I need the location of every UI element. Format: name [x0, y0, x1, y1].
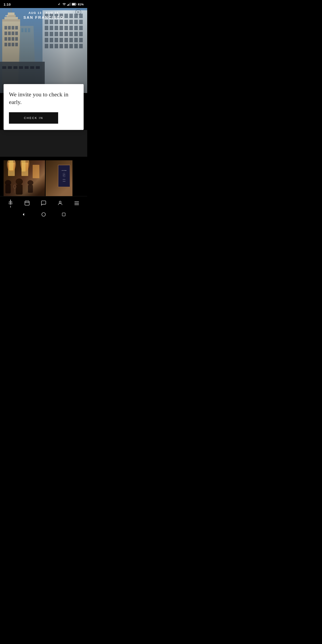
nav-item-menu[interactable]: [68, 200, 85, 206]
bottom-nav: [0, 196, 87, 209]
dining-photo-right: OYSTERS—DailyMenu—FreshCatch: [46, 160, 72, 196]
system-recent-icon: [62, 212, 66, 216]
system-home-button[interactable]: [40, 211, 47, 218]
svg-marker-121: [23, 213, 24, 216]
brand-tree-icon: [8, 199, 14, 206]
mute-icon: [58, 2, 61, 6]
svg-rect-0: [67, 5, 68, 6]
invite-text: We invite you to check in early.: [9, 91, 78, 106]
svg-rect-113: [25, 201, 29, 205]
profile-icon: [57, 200, 63, 206]
nav-item-profile[interactable]: [52, 200, 68, 206]
booking-city: SAN FRANCISCO: [24, 16, 64, 20]
svg-rect-2: [69, 3, 70, 6]
svg-line-112: [10, 203, 12, 204]
system-back-button[interactable]: [20, 211, 26, 218]
chat-icon: [41, 200, 46, 206]
svg-rect-101: [16, 184, 22, 194]
svg-point-122: [42, 212, 46, 216]
system-nav-bar: [0, 209, 87, 221]
svg-rect-96: [9, 160, 13, 170]
svg-line-107: [9, 201, 10, 202]
svg-rect-3: [70, 3, 71, 6]
svg-point-117: [59, 201, 61, 203]
status-time: 1:10: [4, 2, 11, 6]
nav-item-logo[interactable]: [2, 199, 19, 207]
menu-board-text: OYSTERS—DailyMenu—FreshCatch: [62, 170, 66, 182]
svg-point-98: [5, 180, 11, 185]
check-in-button[interactable]: CHECK IN: [9, 112, 58, 124]
dark-section: [0, 130, 87, 157]
system-home-icon: [41, 212, 46, 217]
svg-rect-103: [28, 185, 33, 193]
back-button[interactable]: ←: [4, 13, 10, 18]
svg-rect-6: [72, 4, 75, 5]
svg-rect-5: [76, 4, 76, 5]
svg-rect-1: [68, 4, 69, 6]
logo-icon: [8, 199, 14, 206]
photo-strip: OYSTERS—DailyMenu—FreshCatch: [0, 157, 87, 196]
hero-title-block: AUG 13 - AUG 14 SAN FRANCISCO: [24, 11, 64, 20]
svg-line-108: [10, 201, 12, 202]
wifi-icon: [62, 2, 66, 6]
svg-point-100: [16, 178, 23, 185]
system-back-icon: [22, 212, 26, 216]
dining-photo-left: [4, 160, 45, 196]
booking-dates: AUG 13 - AUG 14: [24, 11, 64, 14]
svg-point-105: [14, 185, 16, 188]
status-bar: 1:10 81%: [0, 0, 87, 8]
hero-image: 田 ← AUG 13 - AUG 14 SAN FRANCISCO: [0, 8, 87, 93]
hero-header: ← AUG 13 - AUG 14 SAN FRANCISCO: [0, 8, 87, 23]
hamburger-icon: [74, 200, 80, 206]
menu-board: OYSTERS—DailyMenu—FreshCatch: [58, 165, 70, 187]
svg-rect-99: [5, 184, 11, 194]
svg-line-111: [9, 203, 10, 204]
calendar-icon: [24, 200, 30, 206]
status-icons: 81%: [58, 2, 84, 6]
battery-percent: 81%: [78, 3, 84, 6]
nav-item-chat[interactable]: [35, 200, 52, 206]
nav-item-calendar[interactable]: [19, 200, 35, 206]
svg-point-102: [28, 180, 33, 185]
signal-icon: [67, 2, 71, 6]
checkin-card: We invite you to check in early. CHECK I…: [4, 84, 84, 130]
dining-scene-svg: [4, 160, 45, 196]
svg-rect-97: [22, 160, 26, 172]
system-recent-button[interactable]: [60, 211, 67, 218]
nav-active-dot: [10, 206, 11, 207]
svg-rect-123: [62, 213, 65, 216]
battery-icon: [72, 3, 77, 6]
